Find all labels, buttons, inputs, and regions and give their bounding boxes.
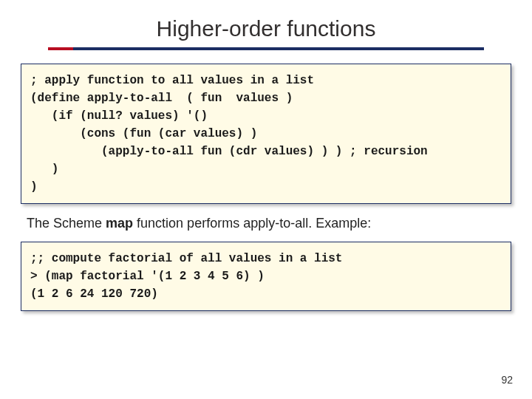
page-number: 92: [501, 374, 513, 386]
body-text-bold: map: [106, 216, 133, 231]
slide-title: Higher-order functions: [152, 16, 381, 47]
body-text-pre: The Scheme: [27, 216, 106, 231]
slide-container: Higher-order functions ; apply function …: [0, 0, 532, 399]
body-paragraph: The Scheme map function performs apply-t…: [27, 216, 505, 231]
code-block-apply-to-all: ; apply function to all values in a list…: [21, 64, 511, 204]
body-text-post: function performs apply-to-all. Example:: [133, 216, 371, 231]
code-line: (1 2 6 24 120 720): [30, 285, 502, 303]
code-block-map-example: ;; compute factorial of all values in a …: [21, 242, 511, 311]
code-line: ): [30, 160, 502, 178]
code-line: (define apply-to-all ( fun values ): [30, 89, 502, 107]
code-line: ;; compute factorial of all values in a …: [30, 250, 502, 267]
code-line: (apply-to-all fun (cdr values) ) ) ; rec…: [30, 143, 502, 160]
title-underline: [48, 47, 484, 50]
underline-main: [73, 47, 484, 50]
title-block: Higher-order functions: [21, 16, 511, 50]
code-line: > (map factorial '(1 2 3 4 5 6) ): [30, 267, 502, 285]
code-line: ; apply function to all values in a list: [30, 72, 502, 89]
code-line: (cons (fun (car values) ): [30, 125, 502, 143]
code-line: ): [30, 178, 502, 196]
code-line: (if (null? values) '(): [30, 107, 502, 125]
underline-accent: [48, 47, 73, 50]
